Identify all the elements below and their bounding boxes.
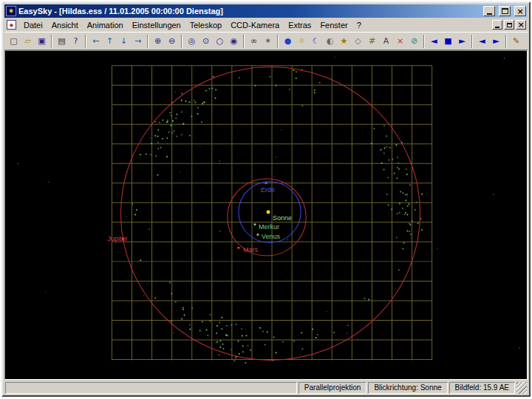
asteroid-dot — [169, 282, 171, 283]
pan-right-button[interactable]: → — [131, 34, 145, 49]
asteroid-dot — [140, 154, 141, 155]
pan-up-button[interactable]: ↑ — [103, 34, 117, 49]
menu-item-datei[interactable]: Datei — [19, 19, 47, 31]
open-file-button[interactable]: ▱ — [21, 34, 35, 49]
asteroid-dot — [421, 194, 423, 195]
show-ecliptic-button[interactable]: ⊘ — [407, 34, 421, 49]
search-object-button[interactable]: ∞ — [247, 34, 261, 49]
asteroid-dot — [176, 114, 177, 115]
menu-item-help[interactable]: ? — [352, 19, 366, 31]
asteroid-dot — [219, 321, 220, 323]
step-back-button[interactable]: ◄ — [475, 34, 489, 49]
asteroid-dot — [241, 328, 242, 330]
sky-map[interactable]: SonneErdeMerkurVenusMarsJupiter — [5, 51, 527, 379]
animation-stop-button[interactable]: ■ — [441, 34, 455, 49]
asteroid-dot — [391, 208, 392, 210]
close-icon — [516, 7, 523, 16]
asteroid-dot — [209, 321, 211, 322]
show-planets-button[interactable]: ● — [281, 34, 295, 49]
context-help-button[interactable]: ? — [69, 34, 83, 49]
asteroid-dot — [171, 293, 172, 294]
zoom-out-button[interactable]: ⊖ — [165, 34, 179, 49]
asteroid-dot — [175, 117, 177, 119]
show-labels-button[interactable]: A — [379, 34, 393, 49]
zoom-field-3-button[interactable]: ○ — [213, 34, 227, 49]
show-stars-button[interactable]: ★ — [337, 34, 351, 49]
show-grid-button[interactable]: # — [365, 34, 379, 49]
asteroid-dot — [317, 334, 318, 335]
asteroid-dot — [400, 191, 401, 193]
new-document-button[interactable]: ▢ — [7, 34, 21, 49]
menu-item-fenster[interactable]: Fenster — [316, 19, 352, 31]
asteroid-dot — [150, 154, 151, 155]
search-object-icon: ∞ — [250, 37, 257, 45]
asteroid-dot — [236, 324, 237, 325]
maximize-button[interactable] — [499, 6, 511, 16]
asteroid-dot — [206, 329, 208, 330]
asteroid-dot — [405, 212, 406, 214]
log-book-button[interactable]: ✎ — [509, 34, 523, 49]
coordinate-grid — [112, 66, 432, 361]
animation-back-icon: ◄ — [431, 37, 437, 45]
asteroid-dot — [314, 89, 316, 91]
status-bar: Parallelprojektion Blickrichtung: Sonne … — [4, 380, 528, 394]
zoom-field-1-button[interactable]: ◎ — [185, 34, 199, 49]
asteroid-dot — [415, 209, 416, 211]
show-sun-button[interactable]: ☼ — [295, 34, 309, 49]
child-close-button[interactable] — [516, 20, 526, 30]
asteroid-dot — [159, 122, 160, 123]
asteroid-dot — [312, 329, 313, 330]
asteroid-dot — [398, 168, 400, 170]
asteroid-dot — [175, 301, 177, 303]
pan-down-button[interactable]: ↓ — [117, 34, 131, 49]
toolbar-separator — [277, 35, 279, 48]
status-direction: Blickrichtung: Sonne — [368, 382, 447, 394]
child-minimize-button[interactable] — [492, 20, 502, 30]
menu-item-teleskop[interactable]: Teleskop — [185, 19, 226, 31]
asteroid-dot — [409, 231, 410, 232]
star-chart-area[interactable]: SonneErdeMerkurVenusMarsJupiter — [4, 50, 528, 380]
animation-back-button[interactable]: ◄ — [427, 34, 441, 49]
step-forward-button[interactable]: ► — [489, 34, 503, 49]
asteroid-dot — [213, 76, 214, 78]
object-info-button[interactable]: ✶ — [261, 34, 275, 49]
zoom-in-button[interactable]: ⊕ — [151, 34, 165, 49]
show-moon-button[interactable]: ☾ — [309, 34, 323, 49]
asteroid-dot — [267, 331, 268, 332]
asteroid-dot — [176, 135, 177, 137]
asteroid-dot — [407, 230, 409, 231]
asteroid-dot — [293, 341, 295, 342]
print-icon: ▤ — [58, 37, 65, 45]
step-forward-icon: ► — [493, 37, 499, 45]
asteroid-dot — [154, 297, 156, 299]
asteroid-dot — [183, 307, 184, 308]
menu-item-extras[interactable]: Extras — [284, 19, 316, 31]
asteroid-dot — [403, 242, 405, 244]
asteroid-dot — [209, 314, 211, 316]
show-phases-button[interactable]: ◐ — [323, 34, 337, 49]
asteroid-dot — [383, 169, 385, 171]
pan-left-button[interactable]: ← — [89, 34, 103, 49]
menu-item-ccd-kamera[interactable]: CCD-Kamera — [226, 19, 284, 31]
asteroid-dot — [259, 327, 261, 329]
show-markers-button[interactable]: × — [393, 34, 407, 49]
show-deepsky-button[interactable]: ◇ — [351, 34, 365, 49]
zoom-field-4-button[interactable]: ◉ — [227, 34, 241, 49]
status-field: Bildfeld: 15.9 AE — [449, 382, 515, 394]
menu-item-einstellungen[interactable]: Einstellungen — [128, 19, 185, 31]
menu-item-animation[interactable]: Animation — [83, 19, 128, 31]
menu-item-ansicht[interactable]: Ansicht — [47, 19, 83, 31]
print-button[interactable]: ▤ — [55, 34, 69, 49]
asteroid-dot — [399, 212, 400, 214]
save-file-button[interactable]: ▣ — [35, 34, 49, 49]
zoom-field-2-button[interactable]: ⊙ — [199, 34, 213, 49]
child-restore-button[interactable] — [504, 20, 514, 30]
resize-grip[interactable] — [516, 382, 527, 394]
animation-play-button[interactable]: ► — [455, 34, 469, 49]
toolbar-separator — [505, 35, 507, 48]
minimize-button[interactable] — [483, 6, 495, 16]
asteroid-dot — [169, 112, 171, 113]
show-phases-icon: ◐ — [327, 37, 334, 45]
close-button[interactable] — [514, 6, 526, 16]
toolbar-separator — [243, 35, 245, 48]
